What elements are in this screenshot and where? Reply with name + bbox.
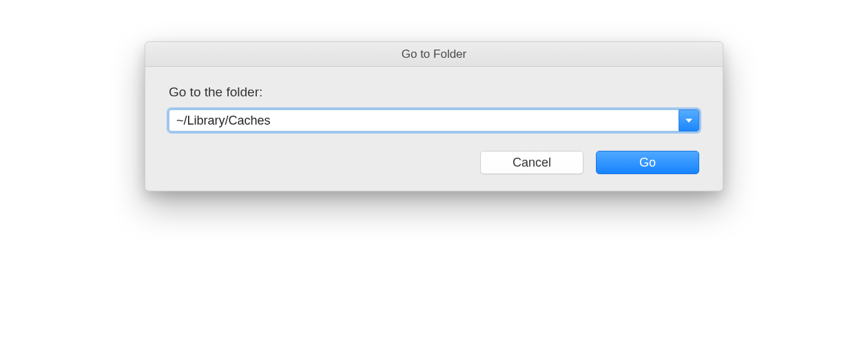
dialog-content: Go to the folder: Cancel Go	[145, 67, 723, 191]
cancel-button[interactable]: Cancel	[480, 151, 583, 174]
go-button[interactable]: Go	[596, 151, 699, 174]
folder-path-combobox	[169, 109, 699, 131]
folder-path-input[interactable]	[169, 109, 679, 131]
dialog-title: Go to Folder	[402, 48, 467, 61]
chevron-down-icon	[685, 114, 693, 127]
folder-path-label: Go to the folder:	[169, 85, 699, 100]
dialog-titlebar: Go to Folder	[145, 42, 723, 67]
dropdown-toggle-button[interactable]	[679, 109, 699, 131]
go-to-folder-dialog: Go to Folder Go to the folder: Cancel Go	[145, 41, 723, 191]
button-row: Cancel Go	[169, 151, 699, 174]
